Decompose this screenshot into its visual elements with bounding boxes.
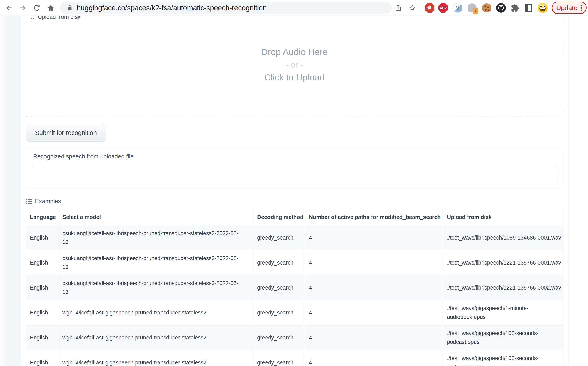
submit-for-recognition-button[interactable]: Submit for recognition	[26, 124, 106, 142]
table-header-row: Language Select a model Decoding method …	[26, 209, 563, 225]
extension-badge: 1	[473, 8, 478, 14]
v-extension-icon[interactable]: V	[452, 3, 463, 13]
browser-toolbar: huggingface.co/spaces/k2-fsa/automatic-s…	[0, 0, 588, 16]
output-label: Recognized speech from uploaded file	[33, 153, 134, 160]
table-row[interactable]: English wgb14/icefall-asr-gigaspeech-pru…	[26, 350, 563, 366]
col-header-upload: Upload from disk	[443, 209, 563, 225]
table-row[interactable]: English csukuangfj/icefall-asr-librispee…	[26, 250, 563, 275]
examples-table: Language Select a model Decoding method …	[26, 209, 563, 366]
forward-icon	[19, 4, 27, 12]
bookmark-button[interactable]	[407, 3, 417, 13]
sidepanel-icon[interactable]	[524, 3, 534, 13]
github-extension-icon[interactable]	[496, 3, 506, 13]
cookie-extension-icon[interactable]	[482, 3, 492, 13]
table-row[interactable]: English wgb14/icefall-asr-gigaspeech-pru…	[26, 300, 563, 325]
reload-button[interactable]	[32, 3, 42, 13]
examples-label: Examples	[35, 198, 61, 205]
examples-header: Examples	[26, 198, 61, 205]
back-icon	[5, 4, 13, 12]
menu-kebab-icon[interactable]	[581, 5, 582, 11]
table-row[interactable]: English csukuangfj/icefall-asr-librispee…	[26, 275, 563, 300]
or-text: - or -	[286, 60, 303, 70]
left-gutter	[0, 16, 21, 366]
share-button[interactable]	[393, 3, 403, 13]
adblock-extension-icon[interactable]	[425, 3, 435, 13]
col-header-model: Select a model	[58, 209, 253, 225]
home-icon	[47, 4, 55, 12]
recognized-speech-textbox[interactable]	[31, 165, 558, 183]
table-row[interactable]: English wgb14/icefall-asr-gigaspeech-pru…	[26, 325, 563, 350]
share-icon	[394, 4, 402, 12]
address-bar[interactable]: huggingface.co/spaces/k2-fsa/automatic-s…	[60, 2, 392, 14]
reload-icon	[33, 4, 41, 12]
click-to-upload-text[interactable]: Click to Upload	[264, 72, 325, 83]
drop-audio-here-text: Drop Audio Here	[261, 46, 328, 58]
star-icon	[408, 4, 416, 12]
padlock-icon	[67, 5, 73, 11]
col-header-decoding: Decoding method	[253, 209, 305, 225]
hand-icon	[426, 5, 433, 11]
table-row[interactable]: English csukuangfj/icefall-asr-librispee…	[26, 225, 563, 250]
octocat-icon	[496, 3, 506, 13]
list-icon	[26, 198, 32, 204]
extensions-puzzle-icon[interactable]	[510, 3, 520, 13]
url-text: huggingface.co/spaces/k2-fsa/automatic-s…	[77, 4, 267, 12]
update-button[interactable]: Update	[552, 1, 587, 14]
col-header-language: Language	[26, 209, 58, 225]
forward-button[interactable]	[18, 3, 28, 13]
scrollbar-track-edge	[569, 16, 569, 366]
output-panel: Recognized speech from uploaded file	[26, 147, 563, 188]
scrollbar-track[interactable]	[567, 16, 567, 366]
gray-extension-icon[interactable]: 1	[467, 3, 477, 13]
abp-extension-icon[interactable]: ABP	[438, 3, 448, 13]
dropzone-text: Drop Audio Here - or - Click to Upload	[26, 46, 563, 83]
profile-avatar-smiley[interactable]	[538, 3, 548, 13]
back-button[interactable]	[4, 3, 14, 13]
col-header-num-paths: Number of active paths for modified_beam…	[305, 209, 443, 225]
home-button[interactable]	[46, 3, 56, 13]
